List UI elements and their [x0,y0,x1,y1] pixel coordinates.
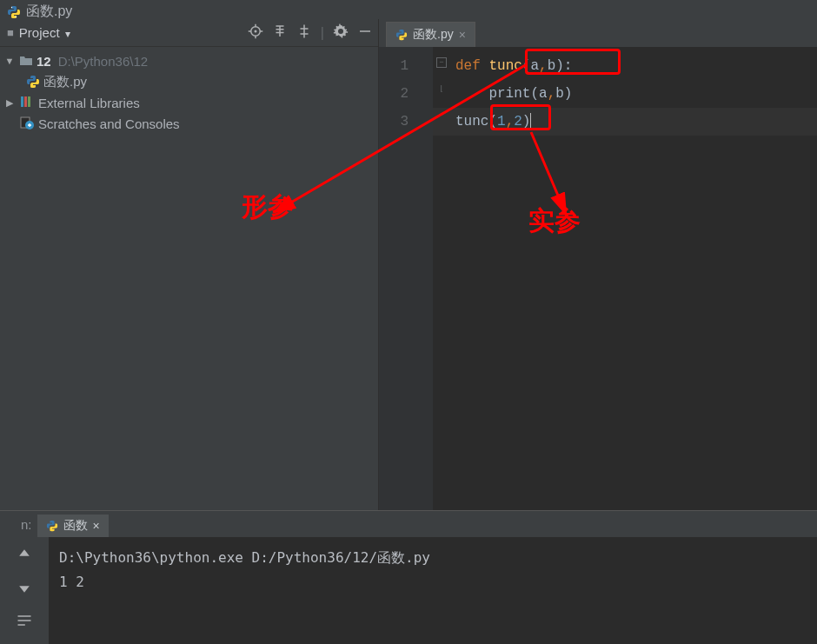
run-tab[interactable]: 函数 × [37,515,109,537]
tree-root-folder[interactable]: ▼ 12 D:\Python36\12 [0,50,378,71]
svg-rect-5 [21,96,23,107]
project-vertical-label: ■ [7,26,14,39]
expand-all-icon[interactable] [272,23,288,43]
python-icon [7,5,21,19]
gear-icon[interactable] [333,23,349,43]
editor-panel: 函数.py × 1 2 3 − ⌊ def tunc(a,b): print(a… [379,19,817,510]
python-icon [26,75,40,89]
console-result: 1 2 [59,570,807,594]
svg-rect-4 [360,30,370,32]
editor-tab-bar: 函数.py × [379,19,817,47]
chevron-right-icon[interactable]: ▶ [3,97,16,109]
console-command: D:\Python36\python.exe D:/Python36/12/函数… [59,546,807,570]
run-toolbar [0,537,49,644]
editor-tab-label: 函数.py [413,27,454,43]
scratches-icon [19,115,35,133]
project-panel: ■ Project | ▼ 12 D:\Python36\12 [0,19,379,510]
close-icon[interactable]: × [93,519,100,533]
scroll-up-icon[interactable] [16,546,33,567]
line-number: 3 [379,108,433,136]
scroll-down-icon[interactable] [16,579,33,600]
collapse-all-icon[interactable] [296,23,312,43]
tree-file-name: 函数.py [43,74,87,90]
editor-tab[interactable]: 函数.py × [386,22,475,47]
window-filename: 函数.py [26,3,72,21]
run-prefix: n: [21,517,32,532]
code-line-2[interactable]: print(a,b) [455,80,817,108]
close-icon[interactable]: × [459,28,466,42]
gutter: 1 2 3 [379,47,433,510]
library-icon [19,94,35,112]
python-icon [46,520,58,532]
soft-wrap-icon[interactable] [16,612,33,633]
target-icon[interactable] [248,23,263,43]
tree-scratches[interactable]: ▶ Scratches and Consoles [0,113,378,134]
python-icon [395,29,408,41]
chevron-down-icon[interactable]: ▼ [3,56,16,66]
line-number: 2 [379,80,433,108]
console-output[interactable]: D:\Python36\python.exe D:/Python36/12/函数… [49,537,817,644]
svg-rect-6 [24,96,27,107]
svg-point-3 [254,30,256,32]
tree-root-path: D:\Python36\12 [58,54,148,69]
run-tab-bar: n: 函数 × [0,511,817,537]
project-header: ■ Project | [0,19,378,47]
svg-rect-7 [28,96,30,107]
code-area[interactable]: 1 2 3 − ⌊ def tunc(a,b): print(a,b) tunc… [379,47,817,510]
external-libs-label: External Libraries [38,96,140,110]
svg-point-1 [16,16,17,17]
run-tab-label: 函数 [63,518,88,534]
tree-external-libs[interactable]: ▶ External Libraries [0,92,378,113]
tree-root-name: 12 [37,54,51,69]
code-lines[interactable]: def tunc(a,b): print(a,b) tunc(1,2) [433,47,817,510]
project-dropdown-icon[interactable] [65,25,70,40]
scratches-label: Scratches and Consoles [38,116,180,131]
code-line-1[interactable]: def tunc(a,b): [455,52,817,80]
run-panel: n: 函数 × D:\Python36\python.exe D:/Python… [0,510,817,644]
hide-icon[interactable] [357,23,373,43]
line-number: 1 [379,52,433,80]
project-tree: ▼ 12 D:\Python36\12 函数.py ▶ External Lib… [0,47,378,137]
tree-file-item[interactable]: 函数.py [0,71,378,92]
svg-point-0 [11,6,12,7]
project-label[interactable]: Project [19,25,60,40]
folder-icon [19,54,33,68]
